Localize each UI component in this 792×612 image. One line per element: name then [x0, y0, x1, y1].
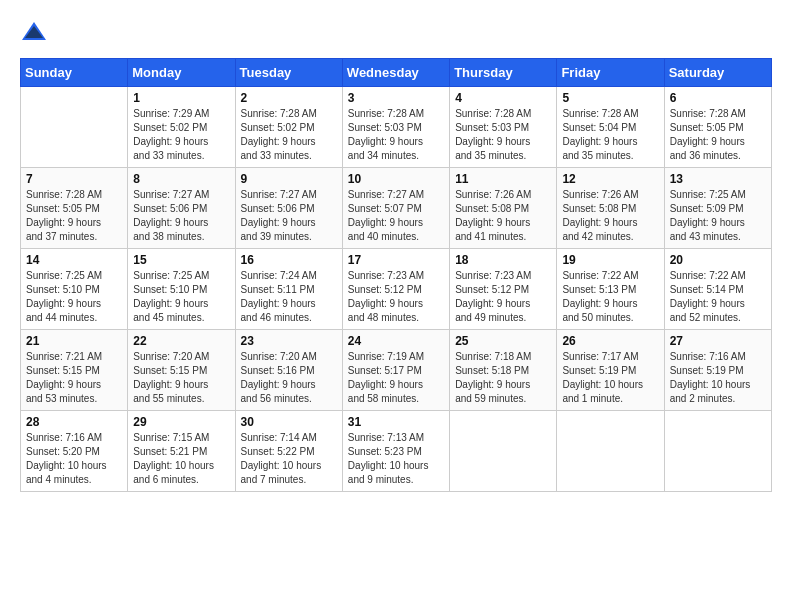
day-info: Sunrise: 7:26 AM Sunset: 5:08 PM Dayligh… — [562, 188, 658, 244]
day-number: 10 — [348, 172, 444, 186]
calendar-cell: 8Sunrise: 7:27 AM Sunset: 5:06 PM Daylig… — [128, 168, 235, 249]
day-info: Sunrise: 7:27 AM Sunset: 5:06 PM Dayligh… — [133, 188, 229, 244]
day-info: Sunrise: 7:28 AM Sunset: 5:05 PM Dayligh… — [26, 188, 122, 244]
day-number: 30 — [241, 415, 337, 429]
day-number: 13 — [670, 172, 766, 186]
calendar-cell: 13Sunrise: 7:25 AM Sunset: 5:09 PM Dayli… — [664, 168, 771, 249]
day-info: Sunrise: 7:27 AM Sunset: 5:07 PM Dayligh… — [348, 188, 444, 244]
day-number: 31 — [348, 415, 444, 429]
calendar-cell: 30Sunrise: 7:14 AM Sunset: 5:22 PM Dayli… — [235, 411, 342, 492]
page-header — [20, 20, 772, 42]
day-info: Sunrise: 7:23 AM Sunset: 5:12 PM Dayligh… — [348, 269, 444, 325]
calendar-cell: 14Sunrise: 7:25 AM Sunset: 5:10 PM Dayli… — [21, 249, 128, 330]
day-number: 11 — [455, 172, 551, 186]
day-info: Sunrise: 7:28 AM Sunset: 5:05 PM Dayligh… — [670, 107, 766, 163]
calendar-week-1: 1Sunrise: 7:29 AM Sunset: 5:02 PM Daylig… — [21, 87, 772, 168]
day-info: Sunrise: 7:22 AM Sunset: 5:14 PM Dayligh… — [670, 269, 766, 325]
calendar-cell: 2Sunrise: 7:28 AM Sunset: 5:02 PM Daylig… — [235, 87, 342, 168]
day-info: Sunrise: 7:20 AM Sunset: 5:15 PM Dayligh… — [133, 350, 229, 406]
day-info: Sunrise: 7:28 AM Sunset: 5:04 PM Dayligh… — [562, 107, 658, 163]
weekday-header-tuesday: Tuesday — [235, 59, 342, 87]
day-number: 23 — [241, 334, 337, 348]
day-info: Sunrise: 7:16 AM Sunset: 5:19 PM Dayligh… — [670, 350, 766, 406]
weekday-header-row: SundayMondayTuesdayWednesdayThursdayFrid… — [21, 59, 772, 87]
calendar-cell: 21Sunrise: 7:21 AM Sunset: 5:15 PM Dayli… — [21, 330, 128, 411]
day-info: Sunrise: 7:15 AM Sunset: 5:21 PM Dayligh… — [133, 431, 229, 487]
weekday-header-friday: Friday — [557, 59, 664, 87]
day-number: 6 — [670, 91, 766, 105]
weekday-header-saturday: Saturday — [664, 59, 771, 87]
day-info: Sunrise: 7:20 AM Sunset: 5:16 PM Dayligh… — [241, 350, 337, 406]
day-info: Sunrise: 7:26 AM Sunset: 5:08 PM Dayligh… — [455, 188, 551, 244]
calendar-cell: 23Sunrise: 7:20 AM Sunset: 5:16 PM Dayli… — [235, 330, 342, 411]
day-number: 26 — [562, 334, 658, 348]
day-number: 2 — [241, 91, 337, 105]
day-number: 20 — [670, 253, 766, 267]
day-number: 14 — [26, 253, 122, 267]
day-info: Sunrise: 7:27 AM Sunset: 5:06 PM Dayligh… — [241, 188, 337, 244]
calendar-cell: 31Sunrise: 7:13 AM Sunset: 5:23 PM Dayli… — [342, 411, 449, 492]
day-number: 19 — [562, 253, 658, 267]
calendar-cell — [664, 411, 771, 492]
calendar-cell: 16Sunrise: 7:24 AM Sunset: 5:11 PM Dayli… — [235, 249, 342, 330]
calendar-cell: 3Sunrise: 7:28 AM Sunset: 5:03 PM Daylig… — [342, 87, 449, 168]
day-number: 27 — [670, 334, 766, 348]
day-number: 18 — [455, 253, 551, 267]
calendar-cell — [450, 411, 557, 492]
day-number: 9 — [241, 172, 337, 186]
calendar-week-4: 21Sunrise: 7:21 AM Sunset: 5:15 PM Dayli… — [21, 330, 772, 411]
calendar-cell: 4Sunrise: 7:28 AM Sunset: 5:03 PM Daylig… — [450, 87, 557, 168]
day-info: Sunrise: 7:25 AM Sunset: 5:10 PM Dayligh… — [133, 269, 229, 325]
day-info: Sunrise: 7:29 AM Sunset: 5:02 PM Dayligh… — [133, 107, 229, 163]
weekday-header-wednesday: Wednesday — [342, 59, 449, 87]
day-number: 8 — [133, 172, 229, 186]
calendar-cell: 22Sunrise: 7:20 AM Sunset: 5:15 PM Dayli… — [128, 330, 235, 411]
logo-icon — [20, 20, 48, 42]
day-info: Sunrise: 7:21 AM Sunset: 5:15 PM Dayligh… — [26, 350, 122, 406]
day-info: Sunrise: 7:25 AM Sunset: 5:10 PM Dayligh… — [26, 269, 122, 325]
day-number: 22 — [133, 334, 229, 348]
calendar-table: SundayMondayTuesdayWednesdayThursdayFrid… — [20, 58, 772, 492]
calendar-cell: 11Sunrise: 7:26 AM Sunset: 5:08 PM Dayli… — [450, 168, 557, 249]
day-info: Sunrise: 7:14 AM Sunset: 5:22 PM Dayligh… — [241, 431, 337, 487]
day-number: 25 — [455, 334, 551, 348]
weekday-header-sunday: Sunday — [21, 59, 128, 87]
day-number: 28 — [26, 415, 122, 429]
day-number: 5 — [562, 91, 658, 105]
calendar-cell: 26Sunrise: 7:17 AM Sunset: 5:19 PM Dayli… — [557, 330, 664, 411]
calendar-cell: 20Sunrise: 7:22 AM Sunset: 5:14 PM Dayli… — [664, 249, 771, 330]
day-info: Sunrise: 7:23 AM Sunset: 5:12 PM Dayligh… — [455, 269, 551, 325]
calendar-cell — [557, 411, 664, 492]
calendar-week-2: 7Sunrise: 7:28 AM Sunset: 5:05 PM Daylig… — [21, 168, 772, 249]
day-info: Sunrise: 7:24 AM Sunset: 5:11 PM Dayligh… — [241, 269, 337, 325]
calendar-cell: 7Sunrise: 7:28 AM Sunset: 5:05 PM Daylig… — [21, 168, 128, 249]
day-info: Sunrise: 7:13 AM Sunset: 5:23 PM Dayligh… — [348, 431, 444, 487]
day-info: Sunrise: 7:22 AM Sunset: 5:13 PM Dayligh… — [562, 269, 658, 325]
calendar-cell: 5Sunrise: 7:28 AM Sunset: 5:04 PM Daylig… — [557, 87, 664, 168]
calendar-week-3: 14Sunrise: 7:25 AM Sunset: 5:10 PM Dayli… — [21, 249, 772, 330]
calendar-cell: 9Sunrise: 7:27 AM Sunset: 5:06 PM Daylig… — [235, 168, 342, 249]
day-number: 21 — [26, 334, 122, 348]
day-number: 1 — [133, 91, 229, 105]
calendar-cell: 29Sunrise: 7:15 AM Sunset: 5:21 PM Dayli… — [128, 411, 235, 492]
day-number: 7 — [26, 172, 122, 186]
day-info: Sunrise: 7:28 AM Sunset: 5:02 PM Dayligh… — [241, 107, 337, 163]
day-info: Sunrise: 7:19 AM Sunset: 5:17 PM Dayligh… — [348, 350, 444, 406]
logo — [20, 20, 52, 42]
day-number: 12 — [562, 172, 658, 186]
day-number: 16 — [241, 253, 337, 267]
calendar-week-5: 28Sunrise: 7:16 AM Sunset: 5:20 PM Dayli… — [21, 411, 772, 492]
day-number: 4 — [455, 91, 551, 105]
calendar-cell: 27Sunrise: 7:16 AM Sunset: 5:19 PM Dayli… — [664, 330, 771, 411]
calendar-cell: 19Sunrise: 7:22 AM Sunset: 5:13 PM Dayli… — [557, 249, 664, 330]
calendar-cell: 10Sunrise: 7:27 AM Sunset: 5:07 PM Dayli… — [342, 168, 449, 249]
day-number: 24 — [348, 334, 444, 348]
day-info: Sunrise: 7:16 AM Sunset: 5:20 PM Dayligh… — [26, 431, 122, 487]
weekday-header-thursday: Thursday — [450, 59, 557, 87]
calendar-cell — [21, 87, 128, 168]
calendar-cell: 12Sunrise: 7:26 AM Sunset: 5:08 PM Dayli… — [557, 168, 664, 249]
day-number: 15 — [133, 253, 229, 267]
day-info: Sunrise: 7:25 AM Sunset: 5:09 PM Dayligh… — [670, 188, 766, 244]
calendar-cell: 17Sunrise: 7:23 AM Sunset: 5:12 PM Dayli… — [342, 249, 449, 330]
day-info: Sunrise: 7:17 AM Sunset: 5:19 PM Dayligh… — [562, 350, 658, 406]
